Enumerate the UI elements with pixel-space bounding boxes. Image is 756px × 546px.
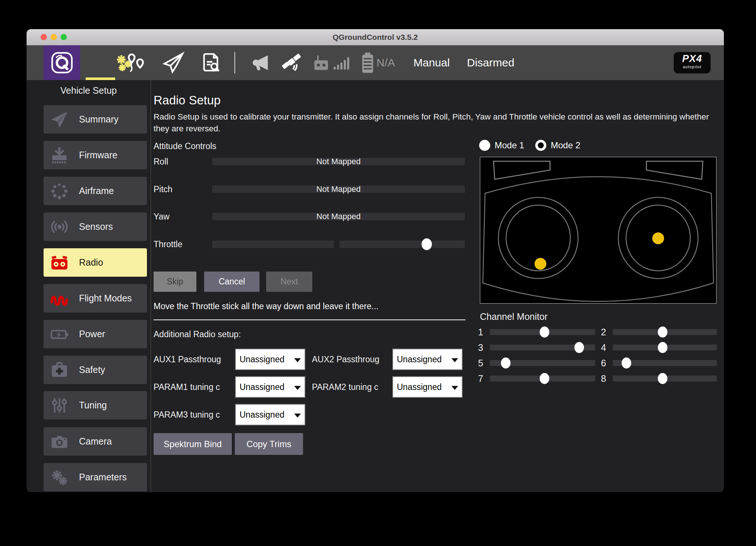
sidebar-item-firmware[interactable]: Firmware bbox=[44, 141, 147, 169]
radio-button-selected-icon bbox=[535, 140, 546, 151]
skip-button[interactable]: Skip bbox=[154, 272, 196, 292]
sidebar-item-label: Parameters bbox=[79, 472, 127, 483]
channel-1-bar bbox=[490, 329, 595, 335]
sidebar-item-label: Airframe bbox=[79, 186, 114, 196]
channel-7-bar bbox=[490, 376, 595, 381]
channel-3-number: 3 bbox=[474, 342, 483, 353]
channel-2-bar bbox=[613, 329, 717, 335]
channel-4-number: 4 bbox=[597, 342, 606, 353]
desktop-background: QGroundControl v3.5.2 bbox=[0, 0, 756, 546]
rc-signal-bars bbox=[331, 45, 351, 80]
sidebar-item-power[interactable]: Power bbox=[44, 320, 147, 348]
pitch-value: Not Mapped bbox=[212, 186, 465, 193]
rc-rssi-indicator[interactable] bbox=[311, 45, 331, 80]
waypoints-icon bbox=[125, 51, 148, 75]
channel-6-indicator bbox=[622, 357, 631, 369]
analyze-tab[interactable] bbox=[199, 45, 225, 80]
channel-6-number: 6 bbox=[597, 358, 606, 369]
sidebar-item-radio[interactable]: Radio bbox=[44, 248, 147, 277]
copy-trims-button[interactable]: Copy Trims bbox=[235, 433, 303, 455]
pitch-label: Pitch bbox=[154, 184, 172, 194]
next-button[interactable]: Next bbox=[266, 272, 312, 292]
throttle-slider-handle[interactable] bbox=[422, 238, 432, 250]
sidebar-item-flight-modes[interactable]: Flight Modes bbox=[44, 284, 147, 312]
sidebar-item-tuning[interactable]: Tuning bbox=[44, 391, 147, 419]
channel-1-indicator bbox=[540, 326, 549, 338]
chevron-down-icon bbox=[451, 358, 458, 362]
sidebar-item-label: Radio bbox=[79, 257, 103, 268]
vehicle-setup-sidebar: Vehicle Setup Summary Firmware bbox=[27, 80, 151, 492]
aux2-selected-value: Unassigned bbox=[397, 355, 441, 364]
sidebar-item-label: Camera bbox=[79, 436, 112, 447]
satellite-icon bbox=[280, 51, 303, 75]
armed-state-indicator[interactable]: Disarmed bbox=[467, 45, 514, 80]
flight-mode-indicator[interactable]: Manual bbox=[413, 45, 450, 80]
gps-indicator[interactable] bbox=[278, 45, 305, 80]
rc-transmitter-icon bbox=[312, 52, 331, 73]
channel-6-bar bbox=[613, 360, 717, 366]
first-aid-kit-icon bbox=[49, 359, 70, 381]
toolbar-divider bbox=[234, 52, 235, 73]
sidebar-item-label: Firmware bbox=[79, 150, 117, 160]
calibration-instruction: Move the Throttle stick all the way down… bbox=[154, 301, 378, 311]
radio-button-icon bbox=[479, 140, 490, 151]
param3-dropdown[interactable]: Unassigned bbox=[235, 404, 305, 425]
yaw-value: Not Mapped bbox=[212, 213, 465, 220]
channel-4-indicator bbox=[658, 342, 667, 353]
qgc-home-button[interactable] bbox=[44, 45, 80, 80]
megaphone-icon bbox=[250, 52, 273, 74]
sidebar-item-parameters[interactable]: Parameters bbox=[44, 463, 147, 491]
sidebar-title: Vehicle Setup bbox=[27, 85, 151, 96]
param2-label: PARAM2 tuning c bbox=[312, 382, 393, 392]
macos-titlebar: QGroundControl v3.5.2 bbox=[27, 29, 724, 45]
page-title: Radio Setup bbox=[154, 93, 221, 107]
section-divider bbox=[154, 319, 465, 320]
gears-icon bbox=[49, 467, 70, 488]
px4-logo-subtext: autopilot bbox=[674, 65, 711, 68]
left-stick-position[interactable] bbox=[535, 258, 546, 270]
battery-indicator[interactable] bbox=[358, 45, 377, 80]
param1-label: PARAM1 tuning c bbox=[154, 382, 236, 392]
yaw-label: Yaw bbox=[154, 212, 169, 222]
right-stick-position[interactable] bbox=[652, 232, 664, 244]
spektrum-bind-button[interactable]: Spektrum Bind bbox=[154, 433, 232, 455]
channel-8-bar bbox=[613, 376, 717, 381]
cancel-button[interactable]: Cancel bbox=[204, 272, 260, 292]
param1-dropdown[interactable]: Unassigned bbox=[235, 376, 305, 398]
battery-value: N/A bbox=[377, 45, 395, 80]
qgroundcontrol-window: QGroundControl v3.5.2 bbox=[27, 29, 724, 492]
chevron-down-icon bbox=[294, 386, 301, 390]
fly-tab[interactable] bbox=[160, 45, 187, 80]
channel-3-indicator bbox=[574, 342, 584, 353]
mode1-radio[interactable]: Mode 1 bbox=[479, 140, 524, 151]
roll-label: Roll bbox=[154, 157, 168, 167]
paper-plane-icon bbox=[49, 109, 70, 130]
sidebar-item-airframe[interactable]: Airframe bbox=[44, 177, 147, 205]
channel-monitor-heading: Channel Monitor bbox=[480, 311, 547, 322]
channel-7-indicator bbox=[540, 373, 549, 384]
channel-3-bar bbox=[490, 345, 595, 350]
mode2-label: Mode 2 bbox=[551, 140, 580, 151]
sidebar-item-safety[interactable]: Safety bbox=[44, 356, 147, 384]
sidebar-item-summary[interactable]: Summary bbox=[44, 105, 147, 134]
channel-4-bar bbox=[613, 345, 717, 350]
param2-dropdown[interactable]: Unassigned bbox=[392, 376, 463, 398]
param1-selected-value: Unassigned bbox=[240, 382, 284, 392]
aux2-dropdown[interactable]: Unassigned bbox=[392, 349, 463, 370]
transmitter-diagram bbox=[480, 157, 717, 304]
signal-waves-icon bbox=[49, 216, 70, 238]
sidebar-item-sensors[interactable]: Sensors bbox=[44, 212, 147, 241]
sidebar-item-label: Flight Modes bbox=[79, 293, 132, 304]
battery-bolt-icon bbox=[49, 324, 70, 345]
aux1-dropdown[interactable]: Unassigned bbox=[235, 349, 305, 370]
plan-tab[interactable] bbox=[123, 45, 150, 80]
throttle-bar-left-segment bbox=[212, 241, 334, 248]
chevron-down-icon bbox=[294, 358, 301, 362]
mode2-radio[interactable]: Mode 2 bbox=[535, 140, 580, 151]
messages-indicator[interactable] bbox=[248, 45, 275, 80]
sidebar-item-label: Tuning bbox=[79, 400, 107, 411]
sidebar-item-camera[interactable]: Camera bbox=[44, 427, 147, 456]
sidebar-item-label: Summary bbox=[79, 114, 118, 125]
chevron-down-icon bbox=[294, 414, 301, 418]
battery-icon bbox=[360, 51, 376, 75]
